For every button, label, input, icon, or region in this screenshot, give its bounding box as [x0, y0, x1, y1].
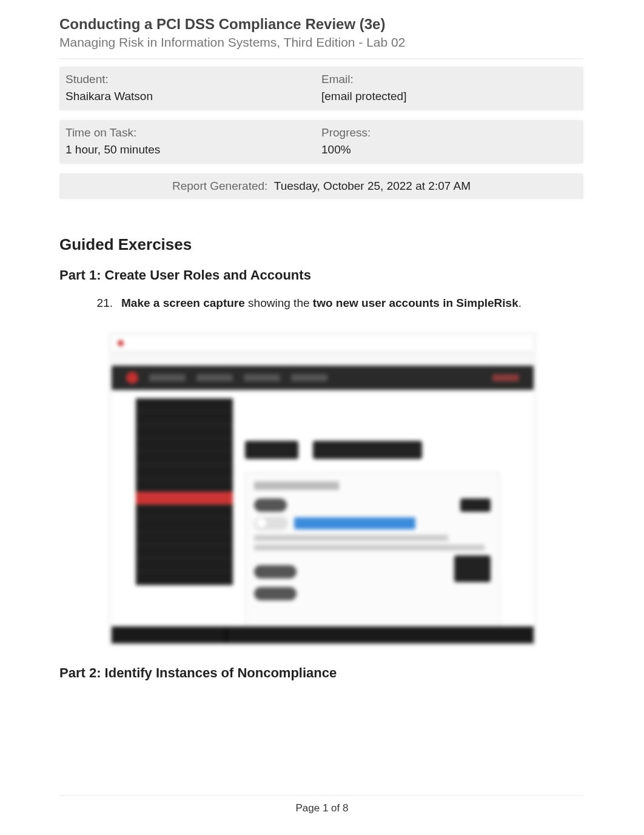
task-text: Make a screen capture showing the two ne…	[121, 297, 522, 310]
shot-side-item	[136, 465, 233, 478]
section-part-1: Part 1: Create User Roles and Accounts	[59, 267, 583, 283]
document-page: Conducting a PCI DSS Compliance Review (…	[0, 0, 644, 835]
screenshot-container	[108, 332, 583, 647]
shot-side-item	[136, 518, 233, 532]
shot-nav-item	[492, 374, 519, 381]
time-value: 1 hour, 50 minutes	[65, 143, 321, 156]
shot-side-item	[136, 505, 233, 518]
section-part-2: Part 2: Identify Instances of Noncomplia…	[59, 665, 583, 681]
shot-side-item	[136, 425, 233, 438]
shot-side-item	[136, 452, 233, 465]
task-info-block: Time on Task: 1 hour, 50 minutes Progres…	[59, 120, 583, 164]
report-value: Tuesday, October 25, 2022 at 2:07 AM	[274, 179, 471, 192]
student-info-block: Student: Shaikara Watson Email: [email p…	[59, 67, 583, 110]
report-generated-block: Report Generated: Tuesday, October 25, 2…	[59, 173, 583, 199]
task-number: 21.	[92, 297, 113, 310]
shot-bar	[294, 517, 415, 529]
progress-label: Progress:	[321, 126, 577, 139]
time-label: Time on Task:	[65, 126, 321, 139]
shot-footer	[112, 626, 534, 643]
page-title: Conducting a PCI DSS Compliance Review (…	[59, 16, 583, 33]
shot-side-item	[136, 438, 233, 452]
shot-chip	[460, 498, 491, 512]
shot-panel-header	[254, 481, 339, 490]
progress-value: 100%	[321, 143, 577, 156]
shot-panel	[245, 472, 500, 636]
shot-side-item	[136, 572, 233, 585]
shot-side-item	[136, 545, 233, 558]
shot-line	[254, 535, 448, 541]
shot-sidebar	[136, 398, 233, 585]
shot-nav-item	[244, 374, 280, 381]
page-number: Page 1 of 8	[0, 802, 644, 814]
shot-side-item	[136, 558, 233, 572]
blurred-screenshot	[108, 332, 537, 647]
shot-line	[254, 545, 485, 551]
shot-browser-bar	[112, 335, 534, 351]
shot-nav-item	[291, 374, 327, 381]
shot-side-item-selected	[136, 492, 233, 505]
email-label: Email:	[321, 73, 577, 86]
page-subtitle: Managing Risk in Information Systems, Th…	[59, 35, 583, 50]
shot-footer-seg	[112, 626, 227, 643]
section-guided-exercises: Guided Exercises	[59, 235, 583, 254]
task-list: 21. Make a screen capture showing the tw…	[92, 297, 583, 310]
student-value: Shaikara Watson	[65, 90, 321, 103]
shot-main	[245, 441, 515, 636]
shot-button	[313, 441, 422, 459]
email-value: [email protected]	[321, 90, 577, 103]
shot-body	[112, 392, 534, 643]
shot-side-item	[136, 398, 233, 412]
shot-side-item	[136, 412, 233, 425]
shot-toggle	[254, 517, 288, 530]
task-item-21: 21. Make a screen capture showing the tw…	[92, 297, 583, 310]
report-label: Report Generated:	[172, 179, 267, 192]
student-label: Student:	[65, 73, 321, 86]
shot-chip	[254, 587, 297, 600]
shot-button	[245, 441, 298, 459]
divider	[59, 58, 583, 59]
shot-nav-bar	[112, 366, 534, 390]
shot-chip	[254, 565, 297, 578]
shot-side-item	[136, 478, 233, 492]
shot-nav-item	[196, 374, 233, 381]
shot-side-item	[136, 532, 233, 545]
footer-divider	[59, 795, 583, 796]
shot-nav-item	[149, 374, 186, 381]
shot-chip	[254, 498, 287, 512]
shot-logo-icon	[126, 372, 138, 384]
shot-square	[454, 555, 491, 582]
